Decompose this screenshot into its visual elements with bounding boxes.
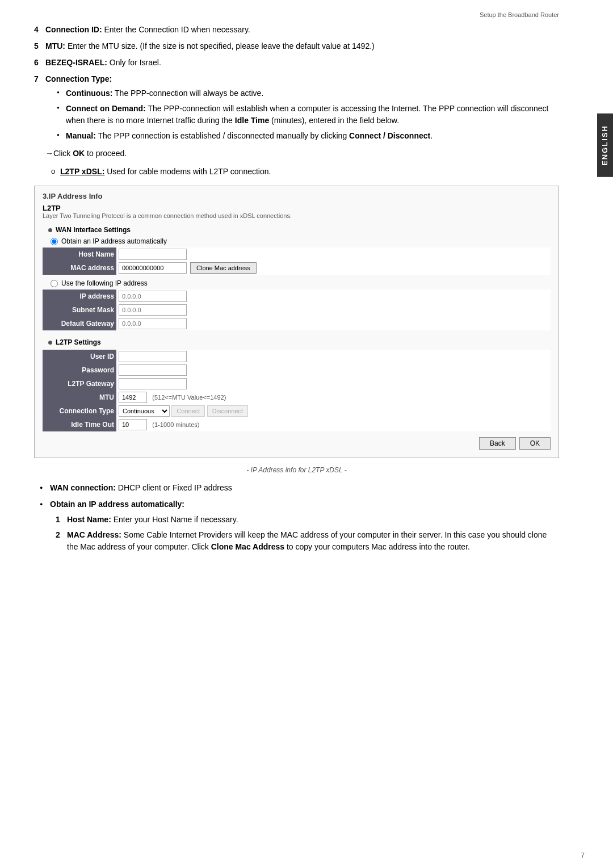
sub-1-bold: Host Name: [67,515,111,524]
bullet-connect-demand: Connect on Demand: The PPP-connection wi… [57,103,559,127]
l2tp-gateway-input[interactable] [119,378,187,389]
list-item-7: 7 Connection Type: Continuous: The PPP-c… [34,73,559,142]
static-ip-table: IP address Subnet Mask Default Gateway [43,290,551,330]
wan-fields-table: Host Name MAC address Clone Mac address [43,248,551,275]
item-4-text: Enter the Connection ID when necessary. [102,25,250,34]
host-name-input-cell [116,248,551,261]
connection-type-row: Connection Type Continuous Connect on De… [43,404,551,418]
bullet-demand-bold2: Idle Time [235,116,269,125]
ok-button[interactable]: OK [519,437,551,450]
mac-address-input[interactable] [119,262,187,274]
default-gateway-input[interactable] [119,318,187,329]
mac-address-row: MAC address Clone Mac address [43,261,551,275]
english-tab: ENGLISH [597,114,613,177]
l2tp-dot [48,341,52,345]
connection-type-select[interactable]: Continuous Connect on Demand Manual [119,405,170,417]
subnet-mask-input-cell [116,303,551,317]
bullet-manual-bold2: Connect / Disconnect [349,131,430,140]
item-7-bold: Connection Type: [45,74,112,83]
item-7-num: 7 [34,73,39,85]
wan-section-header: WAN Interface Settings [48,226,551,234]
sub-item-1: 1 Host Name: Enter your Host Name if nec… [56,514,559,526]
item-6-bold: BEZEQ-ISRAEL: [45,58,107,67]
ip-address-input[interactable] [119,291,187,302]
mtu-input[interactable] [119,392,147,403]
protocol-title: L2TP [43,204,551,212]
password-input[interactable] [119,364,187,376]
l2tp-section-header: L2TP Settings [48,338,551,346]
radio-obtain-auto-row[interactable]: Obtain an IP address automatically [51,237,551,245]
ip-address-row: IP address [43,290,551,303]
arrow-line: →Click OK to proceed. [45,149,559,158]
l2tp-xdsl-text: Used for cable modems with L2TP connecti… [104,167,271,176]
list-item-5: 5 MTU: Enter the MTU size. (If the size … [34,40,559,52]
radio-use-ip-row[interactable]: Use the following IP address [51,279,551,287]
disconnect-button[interactable]: Disconnect [207,405,248,417]
arrow-text-suffix: to proceed. [85,149,127,158]
page-header: Setup the Broadband Router [34,11,579,18]
sub-2-bold2: Clone Mac Address [211,542,284,551]
sub-2-text2: to copy your computers Mac address into … [284,542,470,551]
idle-timeout-input[interactable] [119,419,147,430]
mac-address-label: MAC address [43,261,116,275]
mtu-label: MTU [43,391,116,404]
item-5-num: 5 [34,40,39,52]
back-button[interactable]: Back [479,437,516,450]
page-wrapper: ENGLISH Setup the Broadband Router 4 Con… [0,0,613,868]
host-name-label: Host Name [43,248,116,261]
item-5-text: Enter the MTU size. (If the size is not … [65,41,375,51]
user-id-input-cell [116,350,551,363]
obtain-ip-auto-bullet: Obtain an IP address automatically: 1 Ho… [40,498,559,553]
sub-item-2: 2 MAC Address: Some Cable Internet Provi… [56,529,559,553]
radio-use-ip-label: Use the following IP address [61,279,148,287]
mtu-row: MTU (512<=MTU Value<=1492) [43,391,551,404]
caption-text: - IP Address info for L2TP xDSL - [34,466,559,474]
default-gateway-input-cell [116,317,551,330]
panel-title: 3.IP Address Info [43,192,551,200]
arrow-text-prefix: →Click [45,149,73,158]
l2tp-gateway-label: L2TP Gateway [43,377,116,391]
host-name-row: Host Name [43,248,551,261]
mac-address-input-cell: Clone Mac address [116,261,551,275]
clone-mac-button[interactable]: Clone Mac address [190,262,257,274]
bottom-bullet-list: WAN connection: DHCP client or Fixed IP … [40,482,559,553]
default-gateway-label: Default Gateway [43,317,116,330]
wan-dot [48,228,52,232]
ip-address-label: IP address [43,290,116,303]
subnet-mask-row: Subnet Mask [43,303,551,317]
password-label: Password [43,363,116,377]
bullet-manual-text: The PPP connection is established / disc… [96,131,349,140]
radio-obtain-auto-label: Obtain an IP address automatically [61,237,167,245]
mtu-hint: (512<=MTU Value<=1492) [152,394,226,401]
l2tp-gateway-input-cell [116,377,551,391]
list-item-6: 6 BEZEQ-ISRAEL: Only for Israel. [34,57,559,69]
form-panel: 3.IP Address Info L2TP Layer Two Tunneli… [34,186,559,458]
password-row: Password [43,363,551,377]
bullet-continuous-text: The PPP-connection will always be active… [112,89,263,98]
connection-type-label: Connection Type [43,404,116,418]
user-id-label: User ID [43,350,116,363]
radio-obtain-auto[interactable] [51,238,58,245]
item-4-num: 4 [34,24,39,36]
sub-1-text: Enter your Host Name if necessary. [111,515,238,524]
subnet-mask-input[interactable] [119,304,187,316]
l2tp-fields-table: User ID Password L2TP Gateway [43,350,551,431]
idle-timeout-row: Idle Time Out (1-1000 minutes) [43,418,551,431]
l2tp-gateway-row: L2TP Gateway [43,377,551,391]
host-name-input[interactable] [119,249,187,260]
wan-conn-bold: WAN connection: [50,483,116,492]
user-id-input[interactable] [119,351,187,362]
connect-button[interactable]: Connect [171,405,205,417]
page-number: 7 [581,852,585,859]
default-gateway-row: Default Gateway [43,317,551,330]
subnet-mask-label: Subnet Mask [43,303,116,317]
bullet-continuous-bold: Continuous: [66,89,112,98]
wan-connection-bullet: WAN connection: DHCP client or Fixed IP … [40,482,559,494]
obtain-ip-bold: Obtain an IP address automatically: [50,500,184,509]
bullet-manual: Manual: The PPP connection is establishe… [57,130,559,142]
password-input-cell [116,363,551,377]
radio-use-ip[interactable] [51,280,58,287]
ip-address-input-cell [116,290,551,303]
bullet-demand-bold: Connect on Demand: [66,104,146,113]
l2tp-xdsl-label: L2TP xDSL: [60,167,104,176]
